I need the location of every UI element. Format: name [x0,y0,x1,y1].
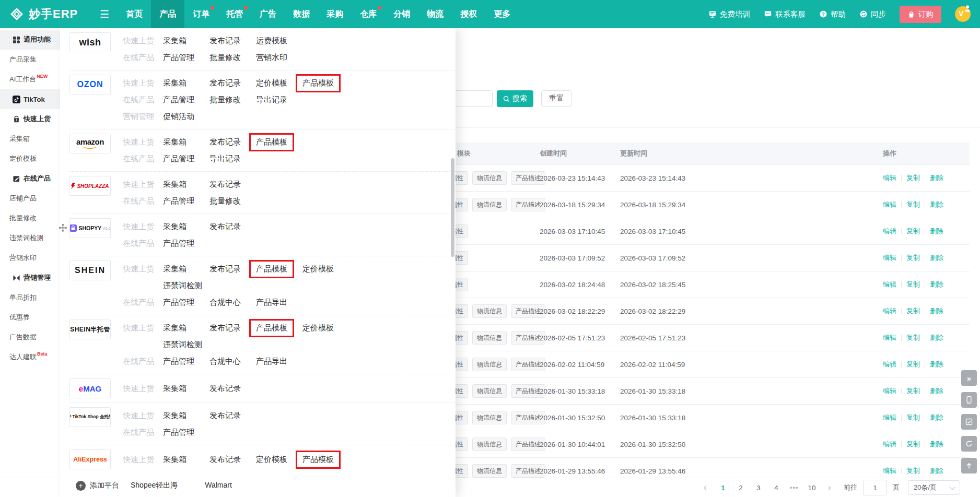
avatar[interactable]: V [955,6,971,22]
sidebar-item[interactable]: TikTok [0,89,60,109]
platform-logo[interactable]: wish [69,32,111,52]
platform-logo[interactable]: OZON [69,75,111,94]
action-link[interactable]: 删除 [930,306,943,316]
brand[interactable]: 妙手ERP [0,6,91,22]
platform-menu-link[interactable]: 发布记录 [209,78,241,87]
platform-menu-link[interactable]: 定价模板 [256,455,287,464]
page-number-button[interactable]: 4 [768,481,784,494]
menu-toggle-icon[interactable]: ☰ [91,8,118,20]
prev-page-button[interactable]: ‹ [697,481,713,494]
action-link[interactable]: 编辑 [883,306,896,316]
platform-menu-link[interactable]: 产品模板 [256,137,287,146]
sidebar-item[interactable]: AI工作台NEW [0,69,60,89]
nav-item[interactable]: 仓库 [352,0,385,28]
sidebar-item[interactable]: 达人建联Beta [0,347,60,367]
sidebar-item[interactable]: 广告数据 [0,327,60,347]
platform-logo[interactable]: eMAG [69,378,111,398]
page-number-button[interactable]: 1 [715,481,731,494]
topnav-link[interactable]: 同步 [859,9,886,19]
action-link[interactable]: 删除 [930,227,943,236]
platform-menu-link[interactable]: 产品模板 [302,455,334,464]
action-link[interactable]: 删除 [930,280,943,289]
reset-button[interactable]: 重置 [541,90,571,107]
action-link[interactable]: 编辑 [883,280,896,289]
nav-item[interactable]: 授权 [452,0,485,28]
action-link[interactable]: 编辑 [883,466,896,476]
platform-menu-link[interactable]: 产品导出 [256,298,287,306]
action-link[interactable]: 编辑 [883,253,896,263]
platform-logo[interactable]: SHOPYYV1.0 [69,218,111,238]
sidebar-item[interactable]: 优惠券 [0,307,60,327]
action-link[interactable]: 编辑 [883,333,896,342]
platform-menu-link[interactable]: 发布记录 [209,384,241,393]
platform-menu-link[interactable]: 采集箱 [163,78,186,87]
platform-logo[interactable]: amazon [69,134,111,153]
nav-item[interactable]: 产品 [151,0,184,28]
sidebar-item[interactable]: 定价模板 [0,149,60,169]
platform-menu-link[interactable]: 产品管理 [163,428,194,436]
nav-item[interactable]: 更多 [485,0,519,28]
to-top-float-button[interactable] [961,458,977,474]
search-button[interactable]: 搜索 [497,90,533,107]
sidebar-item[interactable]: 营销管理 [0,268,60,288]
refresh-float-button[interactable] [961,436,977,452]
action-link[interactable]: 复制 [906,280,920,289]
platform-logo[interactable]: SHEIN半托管 [69,320,111,339]
page-ellipsis[interactable]: ••• [786,481,802,494]
platform-menu-link[interactable]: 采集箱 [163,222,186,231]
sidebar-item[interactable]: 单品折扣 [0,288,60,307]
platform-menu-link[interactable]: 发布记录 [209,36,241,45]
footer-platform-link[interactable]: Walmart [205,481,232,490]
goto-page-input[interactable] [863,480,887,495]
action-link[interactable]: 编辑 [883,173,896,183]
platform-menu-link[interactable]: 批量修改 [209,95,241,104]
platform-menu-link[interactable]: 发布记录 [209,323,241,332]
action-link[interactable]: 删除 [930,440,943,449]
platform-menu-link[interactable]: 产品管理 [163,357,194,365]
sidebar-item[interactable]: 店铺产品 [0,188,60,208]
platform-menu-link[interactable]: 运费模板 [256,36,287,45]
platform-logo[interactable]: SHEIN [69,261,111,280]
platform-menu-link[interactable]: 发布记录 [209,180,241,188]
sidebar-item[interactable]: 快速上货 [0,109,60,129]
nav-item[interactable]: 订单 [184,0,218,28]
action-link[interactable]: 复制 [906,200,920,209]
platform-menu-link[interactable]: 产品管理 [163,53,194,62]
megamenu-scrollbar[interactable] [451,158,454,257]
platform-menu-link[interactable]: 产品管理 [163,196,194,205]
platform-logo[interactable]: TikTok Shop 全托管 [69,407,111,427]
action-link[interactable]: 编辑 [883,227,896,236]
nav-item[interactable]: 分销 [385,0,418,28]
nav-item[interactable]: 采购 [318,0,352,28]
platform-menu-link[interactable]: 发布记录 [209,455,241,464]
platform-menu-link[interactable]: 采集箱 [163,411,186,420]
action-link[interactable]: 删除 [930,173,943,183]
platform-menu-link[interactable]: 产品模板 [302,78,334,87]
platform-menu-link[interactable]: 产品管理 [163,239,194,247]
add-platform-button[interactable]: + 添加平台 [76,481,119,491]
page-number-button[interactable]: 10 [804,481,820,494]
platform-menu-link[interactable]: 采集箱 [163,455,186,464]
action-link[interactable]: 复制 [906,386,920,396]
platform-menu-link[interactable]: 定价模板 [302,264,334,273]
platform-menu-link[interactable]: 违禁词检测 [163,340,202,349]
sidebar-item[interactable]: 违禁词检测 [0,228,60,248]
platform-menu-link[interactable]: 批量修改 [209,196,241,205]
platform-menu-link[interactable]: 批量修改 [209,53,241,62]
platform-menu-link[interactable]: 营销水印 [256,53,287,62]
action-link[interactable]: 复制 [906,306,920,316]
platform-menu-link[interactable]: 采集箱 [163,264,186,273]
action-link[interactable]: 复制 [906,333,920,342]
platform-menu-link[interactable]: 导出记录 [209,154,241,163]
nav-item[interactable]: 数据 [285,0,318,28]
sidebar-item[interactable]: 在线产品 [0,169,60,188]
sidebar-item[interactable]: 采集箱 [0,129,60,149]
action-link[interactable]: 编辑 [883,413,896,422]
platform-menu-link[interactable]: 发布记录 [209,264,241,273]
nav-item[interactable]: 首页 [118,0,151,28]
platform-menu-link[interactable]: 定价模板 [256,78,287,87]
sidebar-item[interactable]: 批量修改 [0,208,60,228]
topnav-link[interactable]: 联系客服 [764,9,806,19]
subscribe-button[interactable]: 订购 [900,6,941,23]
action-link[interactable]: 删除 [930,200,943,209]
